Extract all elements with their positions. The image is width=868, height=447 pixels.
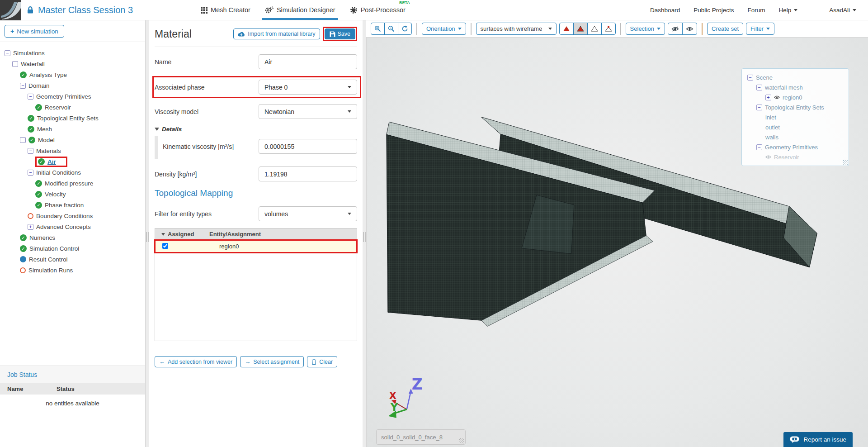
eye-icon[interactable] xyxy=(774,95,780,100)
collapse-icon[interactable]: − xyxy=(5,50,10,56)
app-logo-icon[interactable] xyxy=(0,0,21,20)
details-toggle[interactable]: Details xyxy=(155,126,357,133)
viewport-canvas[interactable]: Z X Y −Scene−waterfall mesh+region0−Topo… xyxy=(366,37,868,447)
filter-button[interactable]: Filter xyxy=(746,23,774,35)
point-triangle-button[interactable] xyxy=(601,23,616,35)
tree-item-advanced-concepts[interactable]: +Advanced Concepts xyxy=(0,221,145,232)
scene-item-geometry-primitives[interactable]: −Geometry Primitives xyxy=(742,142,849,152)
collapse-icon[interactable]: − xyxy=(28,94,33,100)
scene-item-reservoir[interactable]: Reservoir xyxy=(742,152,849,162)
associated-phase-label: Associated phase xyxy=(155,84,259,91)
tree-item-mesh[interactable]: ✓Mesh xyxy=(0,124,145,134)
tab-mesh-creator[interactable]: Mesh Creator xyxy=(193,0,258,20)
tree-item-air[interactable]: ✓Air xyxy=(0,156,145,167)
tree-item-phase-fraction[interactable]: ✓Phase fraction xyxy=(0,200,145,210)
wire-triangle-button[interactable] xyxy=(587,23,602,35)
tree-item-analysis-type[interactable]: ✓Analysis Type xyxy=(0,69,145,80)
tab-label: Mesh Creator xyxy=(211,6,250,14)
name-input[interactable] xyxy=(259,54,357,69)
scene-item-scene[interactable]: −Scene xyxy=(742,72,849,82)
collapse-icon[interactable]: − xyxy=(20,137,26,143)
collapse-icon[interactable]: − xyxy=(756,144,762,150)
collapse-icon[interactable]: − xyxy=(12,61,18,67)
tree-item-initial-conditions[interactable]: −Initial Conditions xyxy=(0,167,145,178)
public-projects-link[interactable]: Public Projects xyxy=(693,7,734,14)
collapse-icon[interactable]: − xyxy=(747,75,753,81)
user-menu[interactable]: AsadAli xyxy=(829,7,856,14)
panel-splitter[interactable] xyxy=(363,20,366,447)
scene-item-region0[interactable]: +region0 xyxy=(742,92,849,102)
scene-item-inlet[interactable]: inlet xyxy=(742,112,849,122)
zoom-out-icon xyxy=(388,25,395,32)
scene-item-waterfall-mesh[interactable]: −waterfall mesh xyxy=(742,82,849,92)
tree-item-reservoir[interactable]: ✓Reservoir xyxy=(0,102,145,113)
tab-post-processor[interactable]: BETA Post-Processor xyxy=(343,0,413,20)
new-simulation-button[interactable]: + New simulation xyxy=(5,25,64,38)
sidebar-splitter[interactable] xyxy=(146,20,149,447)
entity-column-header[interactable]: Entity/Assignment xyxy=(209,231,357,238)
tree-item-result-control[interactable]: Result Control xyxy=(0,254,145,265)
solid-triangle-button[interactable] xyxy=(559,23,574,35)
tree-item-label: Simulation Control xyxy=(29,245,79,252)
expand-icon[interactable]: + xyxy=(765,95,771,100)
zoom-out-button[interactable] xyxy=(384,23,398,35)
tree-item-simulation-control[interactable]: ✓Simulation Control xyxy=(0,243,145,254)
show-button[interactable] xyxy=(682,23,697,35)
hide-button[interactable] xyxy=(668,23,683,35)
resize-grip[interactable] xyxy=(843,160,848,165)
eye-icon[interactable] xyxy=(765,155,771,159)
orientation-button[interactable]: Orientation xyxy=(422,23,466,35)
assigned-column-header[interactable]: Assigned xyxy=(155,231,209,238)
import-material-button[interactable]: Import from material library xyxy=(233,29,320,39)
splitter-grip[interactable] xyxy=(146,232,149,242)
expand-icon[interactable]: + xyxy=(28,224,33,230)
collapse-icon[interactable]: − xyxy=(28,170,33,176)
associated-phase-select[interactable]: Phase 0 xyxy=(259,80,357,95)
tree-item-materials[interactable]: −Materials xyxy=(0,145,145,156)
splitter-grip[interactable] xyxy=(363,232,366,242)
kinematic-viscosity-input[interactable] xyxy=(259,139,357,154)
render-mode-select[interactable]: surfaces with wireframe xyxy=(476,23,557,35)
tree-item-model[interactable]: −✓Model xyxy=(0,134,145,145)
save-button[interactable]: Save xyxy=(325,29,356,39)
scene-item-outlet[interactable]: outlet xyxy=(742,122,849,132)
tree-item-waterfall[interactable]: −Waterfall xyxy=(0,58,145,69)
selection-button[interactable]: Selection xyxy=(626,23,665,35)
clear-button[interactable]: Clear xyxy=(307,356,337,367)
dashboard-link[interactable]: Dashboard xyxy=(650,7,680,14)
tree-item-numerics[interactable]: ✓Numerics xyxy=(0,232,145,243)
add-selection-button[interactable]: ← Add selection from viewer xyxy=(155,356,237,367)
tree-item-simulations[interactable]: −Simulations xyxy=(0,48,145,58)
assigned-checkbox[interactable] xyxy=(162,243,168,249)
report-issue-button[interactable]: Report an issue xyxy=(783,432,853,447)
scene-tree: −Scene−waterfall mesh+region0−Topologica… xyxy=(742,72,849,162)
resize-grip[interactable] xyxy=(459,438,464,443)
tree-item-velocity[interactable]: ✓Velocity xyxy=(0,189,145,200)
collapse-icon[interactable]: − xyxy=(756,85,762,90)
zoom-in-button[interactable] xyxy=(371,23,385,35)
tree-item-boundary-conditions[interactable]: Boundary Conditions xyxy=(0,210,145,221)
tree-item-simulation-runs[interactable]: Simulation Runs xyxy=(0,265,145,276)
forum-link[interactable]: Forum xyxy=(747,7,765,14)
outlined-red-triangle-button[interactable] xyxy=(573,23,588,35)
viscosity-model-select[interactable]: Newtonian xyxy=(259,104,357,119)
collapse-icon[interactable]: − xyxy=(28,148,33,154)
collapse-icon[interactable]: − xyxy=(756,105,762,110)
entity-filter-select[interactable]: volumes xyxy=(259,206,357,221)
tree-item-geometry-primitives[interactable]: −Geometry Primitives xyxy=(0,91,145,102)
collapse-icon[interactable]: − xyxy=(20,83,26,89)
create-set-button[interactable]: Create set xyxy=(707,23,743,35)
scene-item-topological-entity-sets[interactable]: −Topological Entity Sets xyxy=(742,102,849,112)
assignment-row[interactable]: region0 xyxy=(155,240,357,252)
tree-item-modified-pressure[interactable]: ✓Modified pressure xyxy=(0,178,145,189)
scene-item-walls[interactable]: walls xyxy=(742,132,849,142)
tree-item-domain[interactable]: −Domain xyxy=(0,80,145,91)
tree-item-topological-entity-sets[interactable]: ✓Topological Entity Sets xyxy=(0,113,145,124)
refresh-view-button[interactable] xyxy=(398,23,412,35)
toolbar-separator xyxy=(620,23,621,35)
help-menu[interactable]: Help xyxy=(778,7,797,14)
density-input[interactable] xyxy=(259,166,357,181)
visibility-group xyxy=(668,23,697,35)
select-assignment-button[interactable]: → Select assignment xyxy=(240,356,304,367)
tab-simulation-designer[interactable]: Simulation Designer xyxy=(258,0,343,20)
